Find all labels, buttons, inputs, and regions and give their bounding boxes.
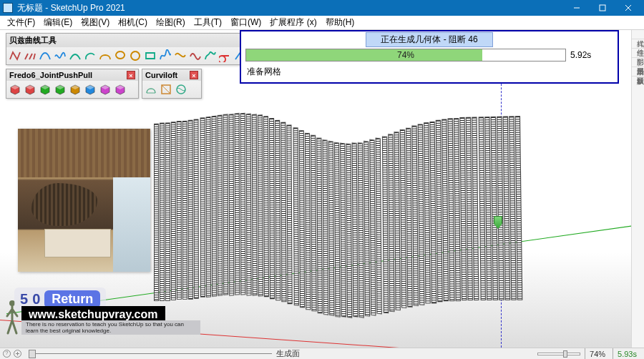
generation-progress-panel: 正在生成几何体 - 阻断 46 74% 5.92s 准备网格: [240, 30, 619, 84]
curviloft-toolbar[interactable]: Curviloft ×: [142, 69, 202, 99]
parametric-wall-geometry: [154, 109, 524, 309]
curviloft-toolbar-title-label: Curviloft: [145, 71, 190, 79]
status-bar: 生成面 74% 5.93s: [0, 348, 644, 359]
curviloft-loft-icon[interactable]: [144, 82, 158, 97]
menu-window[interactable]: 窗口(W): [226, 15, 265, 30]
window-minimize-button[interactable]: [564, 0, 590, 16]
window-close-button[interactable]: [615, 0, 641, 16]
tray-tab-styles[interactable]: 样式: [632, 30, 644, 39]
tray-tab-scenes[interactable]: 场景图层: [632, 58, 644, 67]
window-title: 无标题 - SketchUp Pro 2021: [17, 2, 564, 14]
status-add-icon[interactable]: [14, 350, 21, 358]
curviloft-spline-icon[interactable]: [174, 82, 188, 97]
bezier-catmull-icon[interactable]: [173, 49, 187, 63]
menu-draw[interactable]: 绘图(R): [152, 15, 190, 30]
bezier-ellipse-icon[interactable]: [113, 49, 127, 63]
counter-b: 0: [32, 291, 40, 308]
menu-view[interactable]: 视图(V): [77, 15, 114, 30]
curviloft-toolbar-close-icon[interactable]: ×: [190, 71, 198, 79]
menu-tools[interactable]: 工具(T): [190, 15, 226, 30]
bezier-circle-icon[interactable]: [128, 49, 142, 63]
jointpush-round-icon[interactable]: [23, 82, 37, 97]
app-icon: [3, 3, 13, 13]
bezier-fillet-icon[interactable]: [98, 49, 112, 63]
jointpush-follow-icon[interactable]: [83, 82, 97, 97]
window-maximize-button[interactable]: [590, 0, 615, 16]
bezier-nurbs-icon[interactable]: [68, 49, 82, 63]
window-titlebar: 无标题 - SketchUp Pro 2021: [0, 0, 644, 16]
menu-bar: 文件(F) 编辑(E) 视图(V) 相机(C) 绘图(R) 工具(T) 窗口(W…: [0, 16, 644, 30]
bezier-arc-icon[interactable]: [83, 49, 97, 63]
jointpush-undo-icon[interactable]: [113, 82, 127, 97]
counter-a: 5: [20, 291, 28, 308]
jointpushpull-toolbar-title[interactable]: Fredo6_JointPushPull ×: [6, 69, 138, 81]
bezier-bspline-icon[interactable]: [53, 49, 67, 63]
jointpush-normal-icon[interactable]: [53, 82, 67, 97]
progress-bar: 74%: [245, 49, 566, 62]
bezier-freehand-icon[interactable]: [203, 49, 218, 63]
bezier-guidelines-icon[interactable]: [23, 49, 37, 63]
tray-tab-default[interactable]: 默认面板: [632, 67, 644, 77]
menu-camera[interactable]: 相机(C): [114, 15, 152, 30]
svg-rect-0: [600, 5, 605, 11]
jointpush-joint-icon[interactable]: [8, 82, 22, 97]
reference-image[interactable]: [18, 129, 150, 272]
progress-header: 正在生成几何体 - 阻断 46: [366, 32, 492, 47]
curviloft-skin-icon[interactable]: [159, 82, 173, 97]
jointpush-redo-icon[interactable]: [98, 82, 112, 97]
jointpushpull-toolbar-title-label: Fredo6_JointPushPull: [9, 71, 127, 79]
menu-edit[interactable]: 编辑(E): [39, 15, 77, 30]
progress-percent-label: 74%: [246, 49, 565, 61]
tray-tab-components[interactable]: 组件: [632, 39, 644, 49]
tray-tabs: 样式 组件 阴影 场景图层 默认面板: [631, 30, 644, 348]
menu-file[interactable]: 文件(F): [3, 15, 39, 30]
jointpush-extrude-icon[interactable]: [68, 82, 82, 97]
status-center-text: 生成面: [276, 348, 300, 359]
progress-status: 准备网格: [241, 63, 618, 82]
bezier-helix-icon[interactable]: [158, 49, 172, 63]
jointpush-vector-icon[interactable]: [38, 82, 52, 97]
curviloft-toolbar-title[interactable]: Curviloft ×: [142, 69, 201, 81]
jointpushpull-toolbar-close-icon[interactable]: ×: [127, 71, 135, 79]
watermark-subtitle: There is no reservation to teach you Ske…: [21, 320, 200, 335]
bezier-polyline-icon[interactable]: [8, 49, 22, 63]
menu-help[interactable]: 帮助(H): [321, 15, 359, 30]
bezier-rectangle-icon[interactable]: [143, 49, 157, 63]
bezier-bezier-classic-icon[interactable]: [38, 49, 52, 63]
status-time: 5.93s: [613, 348, 641, 360]
bezier-wave-icon[interactable]: [188, 49, 203, 63]
bezier-loop-icon[interactable]: [218, 49, 233, 63]
menu-extensions[interactable]: 扩展程序 (x): [265, 15, 321, 30]
status-vcr-track[interactable]: [29, 350, 272, 358]
jointpushpull-toolbar[interactable]: Fredo6_JointPushPull ×: [6, 69, 139, 99]
status-help-icon[interactable]: [3, 350, 11, 358]
progress-elapsed: 5.92s: [570, 50, 613, 60]
status-percent: 74%: [585, 348, 610, 360]
status-mini-slider[interactable]: [537, 353, 580, 355]
tray-tab-shadows[interactable]: 阴影: [632, 49, 644, 58]
